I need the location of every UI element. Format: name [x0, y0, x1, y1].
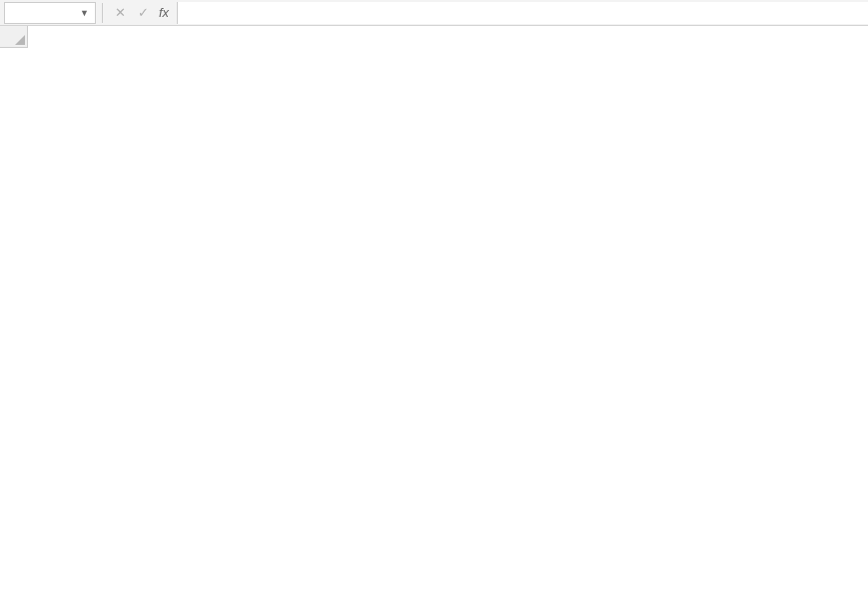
formula-bar: ▼ ✕ ✓ fx — [0, 0, 868, 26]
name-box-dropdown-icon[interactable]: ▼ — [80, 8, 89, 18]
cancel-icon: ✕ — [109, 5, 132, 20]
enter-icon: ✓ — [132, 5, 155, 20]
column-headers-row — [0, 26, 868, 48]
fx-icon[interactable]: fx — [155, 5, 173, 20]
grid-container — [0, 26, 868, 48]
name-box[interactable]: ▼ — [4, 2, 96, 24]
separator — [102, 3, 103, 23]
formula-input[interactable] — [177, 2, 868, 24]
select-all-corner[interactable] — [0, 26, 28, 48]
